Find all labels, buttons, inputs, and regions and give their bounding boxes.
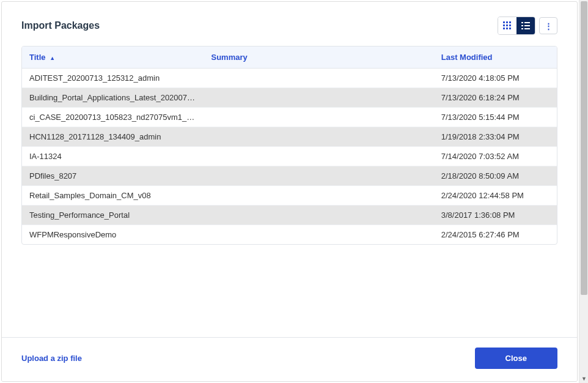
table-header: Title ▲ Summary Last Modified — [22, 46, 557, 69]
sort-asc-icon: ▲ — [50, 55, 55, 61]
list-icon — [521, 22, 530, 29]
grid-icon — [503, 21, 512, 30]
cell-modified: 7/13/2020 4:18:05 PM — [434, 69, 557, 87]
cell-title: Testing_Performance_Portal — [22, 206, 204, 225]
svg-rect-4 — [506, 24, 508, 26]
svg-rect-10 — [524, 22, 530, 23]
cell-summary — [204, 166, 434, 185]
svg-rect-6 — [503, 28, 505, 29]
cell-title: Building_Portal_Applications_Latest_2020… — [22, 88, 204, 107]
dialog-content: Import Packages — [1, 1, 578, 382]
svg-rect-12 — [524, 25, 530, 26]
cell-summary — [204, 88, 434, 107]
cell-modified: 7/13/2020 5:15:44 PM — [434, 108, 557, 127]
cell-summary — [204, 225, 434, 244]
cell-title: WFPMResponsiveDemo — [22, 225, 204, 244]
table-row[interactable]: Testing_Performance_Portal3/8/2017 1:36:… — [22, 206, 557, 225]
view-toggle-group — [498, 17, 535, 35]
cell-modified: 2/24/2020 12:44:58 PM — [434, 186, 557, 205]
cell-title: ADITEST_20200713_125312_admin — [22, 69, 204, 87]
dialog-window: Import Packages — [0, 0, 588, 383]
table-row[interactable]: WFPMResponsiveDemo2/24/2015 6:27:46 PM — [22, 225, 557, 244]
cell-modified: 2/24/2015 6:27:46 PM — [434, 225, 557, 244]
dialog-footer: Upload a zip file Close — [2, 337, 577, 381]
cell-summary — [204, 147, 434, 166]
column-header-title[interactable]: Title ▲ — [22, 46, 204, 68]
cell-summary — [204, 108, 434, 127]
more-options-button[interactable]: ⋮ — [539, 17, 557, 34]
cell-summary — [204, 127, 434, 146]
vertical-scrollbar[interactable]: ▼ — [579, 0, 588, 383]
svg-rect-11 — [521, 25, 523, 26]
column-header-modified-label: Last Modified — [441, 53, 493, 62]
cell-summary — [204, 206, 434, 225]
cell-modified: 2/18/2020 8:50:09 AM — [434, 166, 557, 185]
cell-summary — [204, 69, 434, 87]
cell-title: ci_CASE_20200713_105823_nd27075vm1_3d4b8… — [22, 108, 204, 127]
grid-view-button[interactable] — [498, 17, 516, 34]
column-header-modified[interactable]: Last Modified — [434, 46, 557, 68]
content-area: Import Packages — [2, 2, 577, 337]
cell-summary — [204, 186, 434, 205]
cell-modified: 1/19/2018 2:33:04 PM — [434, 127, 557, 146]
table-body: ADITEST_20200713_125312_admin7/13/2020 4… — [22, 69, 557, 244]
page-title: Import Packages — [21, 20, 100, 31]
scroll-down-arrow-icon[interactable]: ▼ — [579, 374, 588, 383]
cell-modified: 7/13/2020 6:18:24 PM — [434, 88, 557, 107]
svg-rect-7 — [506, 28, 508, 29]
table-row[interactable]: HCN1128_20171128_134409_admin1/19/2018 2… — [22, 127, 557, 147]
svg-rect-1 — [506, 21, 508, 23]
cell-title: PDfiles_8207 — [22, 166, 204, 185]
column-header-title-label: Title — [29, 53, 46, 62]
cell-title: IA-11324 — [22, 147, 204, 166]
packages-table: Title ▲ Summary Last Modified ADITEST_20… — [21, 46, 557, 245]
scrollbar-thumb[interactable] — [581, 1, 587, 295]
table-row[interactable]: PDfiles_82072/18/2020 8:50:09 AM — [22, 166, 557, 186]
svg-rect-0 — [503, 21, 505, 23]
header-row: Import Packages — [21, 17, 557, 35]
close-button[interactable]: Close — [475, 348, 557, 369]
svg-rect-13 — [521, 28, 523, 29]
svg-rect-14 — [524, 28, 530, 29]
table-row[interactable]: Building_Portal_Applications_Latest_2020… — [22, 88, 557, 108]
cell-title: Retail_Samples_Domain_CM_v08 — [22, 186, 204, 205]
svg-rect-5 — [509, 24, 511, 26]
kebab-icon: ⋮ — [545, 22, 553, 30]
upload-zip-link[interactable]: Upload a zip file — [21, 354, 82, 363]
table-row[interactable]: ci_CASE_20200713_105823_nd27075vm1_3d4b8… — [22, 108, 557, 127]
svg-rect-9 — [521, 22, 523, 23]
list-view-button[interactable] — [516, 17, 535, 34]
cell-modified: 7/14/2020 7:03:52 AM — [434, 147, 557, 166]
cell-modified: 3/8/2017 1:36:08 PM — [434, 206, 557, 225]
svg-rect-3 — [503, 24, 505, 26]
cell-title: HCN1128_20171128_134409_admin — [22, 127, 204, 146]
table-row[interactable]: Retail_Samples_Domain_CM_v082/24/2020 12… — [22, 186, 557, 206]
column-header-summary-label: Summary — [211, 53, 248, 62]
table-row[interactable]: IA-113247/14/2020 7:03:52 AM — [22, 147, 557, 166]
column-header-summary[interactable]: Summary — [204, 46, 434, 68]
svg-rect-8 — [509, 28, 511, 29]
view-controls: ⋮ — [498, 17, 557, 35]
svg-rect-2 — [509, 21, 511, 23]
table-row[interactable]: ADITEST_20200713_125312_admin7/13/2020 4… — [22, 69, 557, 88]
